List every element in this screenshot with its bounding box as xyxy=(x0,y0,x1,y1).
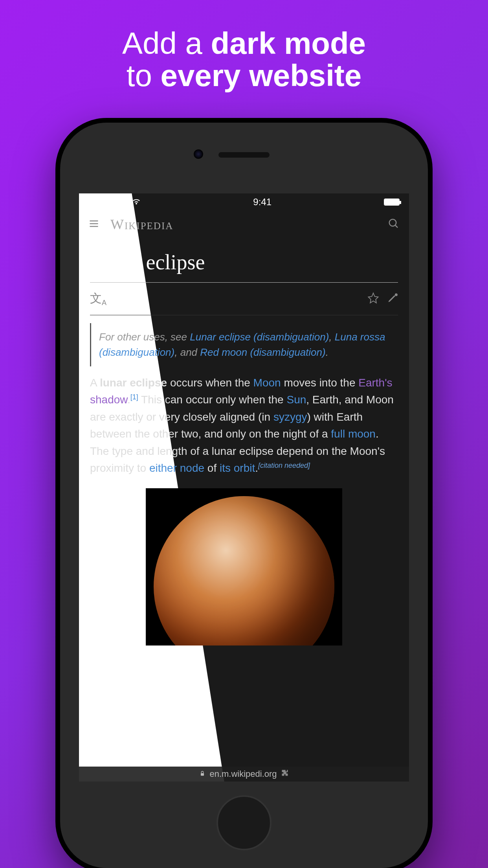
hatnote-prefix: For other uses, see xyxy=(99,331,190,343)
url-text: en.m.wikipedi.org xyxy=(209,769,277,779)
link-syzygy[interactable]: syzygy xyxy=(273,411,307,423)
lunar-eclipse-image[interactable] xyxy=(146,488,342,645)
citation-needed[interactable]: [citation needed] xyxy=(258,462,310,469)
carrier-label: Carrier xyxy=(100,197,129,208)
home-button[interactable] xyxy=(216,795,272,850)
hatnote: For other uses, see Lunar eclipse (disam… xyxy=(90,323,398,366)
phone-frame: Carrier 9:41 Wikipedia xyxy=(55,118,433,868)
star-icon[interactable] xyxy=(367,292,379,305)
headline-line2-bold: every website xyxy=(161,58,362,93)
svg-rect-2 xyxy=(201,773,204,776)
status-bar: Carrier 9:41 xyxy=(79,193,409,211)
svg-point-1 xyxy=(395,293,398,296)
hatnote-link-1[interactable]: Lunar eclipse (disambiguation) xyxy=(190,331,329,343)
reference-1[interactable]: [1] xyxy=(130,393,138,401)
link-its-orbit[interactable]: its orbit xyxy=(220,462,255,474)
edit-lock-icon[interactable] xyxy=(387,292,398,305)
wikipedia-logo[interactable]: Wikipedia xyxy=(110,216,377,233)
bold-term: lunar eclipse xyxy=(100,377,167,389)
hatnote-link-3[interactable]: Red moon (disambiguation) xyxy=(200,346,325,358)
link-sun[interactable]: Sun xyxy=(286,394,306,406)
extension-icon[interactable] xyxy=(281,769,289,779)
lock-icon xyxy=(199,769,205,779)
article-title: Lunar eclipse xyxy=(90,250,398,283)
signal-icon xyxy=(88,199,97,206)
browser-url-bar[interactable]: en.m.wikipedi.org xyxy=(79,767,409,782)
headline-line1-bold: dark mode xyxy=(211,26,366,61)
article-image-wrap xyxy=(90,488,398,645)
link-moon[interactable]: Moon xyxy=(253,377,281,389)
menu-icon[interactable] xyxy=(88,218,99,231)
search-icon[interactable] xyxy=(388,218,400,231)
headline-line1-pre: Add a xyxy=(122,26,211,61)
headline-line2-pre: to xyxy=(127,58,161,93)
wiki-header: Wikipedia xyxy=(79,211,409,238)
phone-camera xyxy=(194,149,203,159)
svg-point-0 xyxy=(389,219,396,226)
article-body: A lunar eclipse occurs when the Moon mov… xyxy=(90,374,398,476)
article-content: Lunar eclipse 文A For other uses, see Lun… xyxy=(79,238,409,645)
language-icon[interactable]: 文A xyxy=(90,291,106,307)
link-either-node[interactable]: either node xyxy=(149,462,204,474)
article-actions: 文A xyxy=(90,283,398,315)
clock: 9:41 xyxy=(253,197,272,208)
link-full-moon[interactable]: full moon xyxy=(331,428,376,440)
phone-speaker xyxy=(218,152,270,158)
phone-screen: Carrier 9:41 Wikipedia xyxy=(79,193,409,782)
battery-icon xyxy=(384,199,400,206)
marketing-headline: Add a dark mode to every website xyxy=(0,0,488,92)
wifi-icon xyxy=(132,197,141,208)
